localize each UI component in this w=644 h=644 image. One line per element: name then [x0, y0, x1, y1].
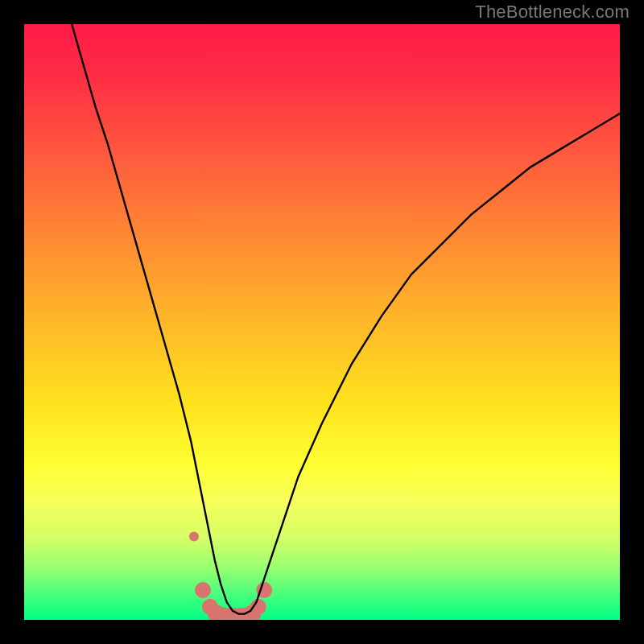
watermark-text: TheBottleneck.com [475, 2, 630, 23]
highlight-marker [195, 582, 211, 598]
plot-area [24, 24, 620, 620]
curve-layer [24, 24, 620, 620]
bottleneck-curve [72, 24, 620, 614]
highlight-marker [189, 531, 199, 541]
